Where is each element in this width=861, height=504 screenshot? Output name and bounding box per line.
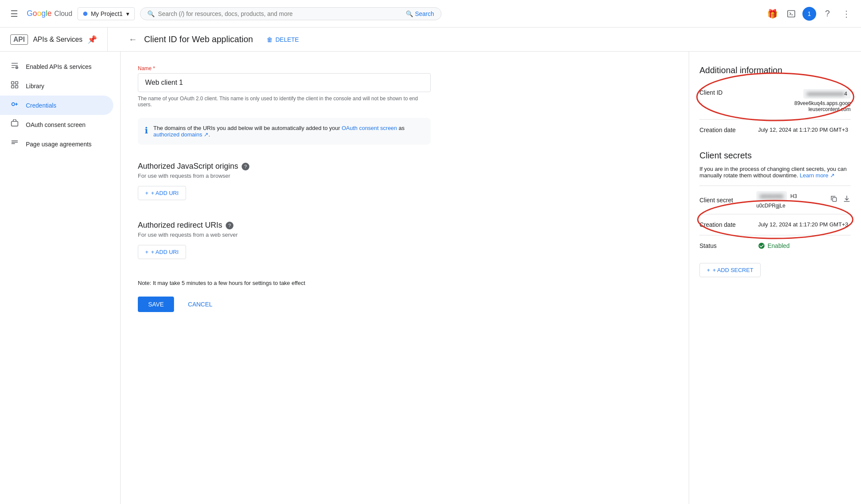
search-icon-btn: 🔍 <box>406 10 413 17</box>
right-panel: Additional information Client ID ●●●●●●●… <box>689 52 861 504</box>
creation-date-label-1: Creation date <box>699 127 751 133</box>
creation-date-value-1: July 12, 2024 at 1:17:20 PM GMT+3 <box>758 127 848 133</box>
plus-icon-1: + <box>145 190 149 196</box>
svg-rect-2 <box>12 82 14 84</box>
redirect-hint: For use with requests from a web server <box>138 232 431 238</box>
svg-rect-10 <box>833 198 836 201</box>
action-buttons: SAVE CANCEL <box>138 297 431 312</box>
svg-rect-7 <box>12 121 18 126</box>
terminal-icon[interactable] <box>783 6 799 22</box>
content-area: Name * The name of your OAuth 2.0 client… <box>121 52 689 504</box>
delete-button[interactable]: 🗑 DELETE <box>267 36 298 43</box>
creation-date-label-2: Creation date <box>699 221 751 228</box>
page-title: Client ID for Web application <box>144 34 253 44</box>
info-banner: ℹ The domains of the URIs you add below … <box>138 118 431 145</box>
oauth-icon <box>10 119 19 130</box>
name-input[interactable] <box>138 73 431 92</box>
client-id-value-1: 89vee6kuq4s.apps.goog <box>794 100 851 106</box>
more-icon[interactable]: ⋮ <box>839 6 854 22</box>
sidebar-item-page-usage[interactable]: Page usage agreements <box>0 134 113 154</box>
sidebar-label-page-usage: Page usage agreements <box>26 141 92 148</box>
status-enabled-icon <box>758 242 765 249</box>
add-secret-button[interactable]: + + ADD SECRET <box>699 263 761 277</box>
svg-rect-5 <box>16 86 18 88</box>
creation-date-value-2: July 12, 2024 at 1:17:20 PM GMT+3 <box>758 221 848 228</box>
api-badge: API <box>10 34 28 45</box>
google-cloud-logo: Google Cloud <box>27 9 72 18</box>
enabled-icon <box>10 61 19 72</box>
save-button[interactable]: SAVE <box>138 297 174 312</box>
cancel-button[interactable]: CANCEL <box>181 297 219 312</box>
additional-info-title: Additional information <box>699 65 851 75</box>
client-secrets-title: Client secrets <box>699 151 851 161</box>
client-secret-label: Client secret <box>699 197 751 204</box>
info-icon: ℹ <box>145 125 148 136</box>
add-js-uri-button[interactable]: + + ADD URI <box>138 186 186 200</box>
download-icon[interactable] <box>843 195 851 205</box>
copy-icon[interactable] <box>830 195 838 205</box>
library-icon <box>10 80 19 91</box>
add-redirect-uri-button[interactable]: + + ADD URI <box>138 245 186 259</box>
user-avatar[interactable]: 1 <box>802 7 816 21</box>
client-secrets-desc: If you are in the process of changing cl… <box>699 166 851 179</box>
gift-icon[interactable]: 🎁 <box>765 6 780 22</box>
status-badge: Enabled <box>758 242 790 249</box>
chevron-down-icon: ▾ <box>126 10 129 17</box>
sidebar-label-credentials: Credentials <box>26 102 56 109</box>
svg-rect-3 <box>16 82 18 84</box>
client-secret-blurred: ●●●●●●● <box>756 191 787 201</box>
apis-services-title: APIs & Services <box>33 36 83 43</box>
credentials-icon <box>10 100 19 111</box>
search-icon: 🔍 <box>147 10 155 17</box>
js-origins-title: Authorized JavaScript origins ? <box>138 162 431 171</box>
page-usage-icon <box>10 139 19 149</box>
delete-icon: 🗑 <box>267 36 273 43</box>
hamburger-icon[interactable]: ☰ <box>7 5 22 22</box>
search-bar[interactable]: 🔍 🔍 Search <box>140 7 441 20</box>
note-text: Note: It may take 5 minutes to a few hou… <box>138 280 431 286</box>
learn-more-link[interactable]: Learn more ↗ <box>800 172 835 179</box>
status-label: Status <box>699 242 751 249</box>
top-navigation: ☰ Google Cloud My Project1 ▾ 🔍 🔍 Search … <box>0 0 861 28</box>
name-field-label: Name * <box>138 65 431 71</box>
main-layout: Enabled APIs & services Library Credenti… <box>0 52 861 504</box>
client-id-value-2: leusercontent.com <box>808 106 851 112</box>
svg-point-6 <box>12 103 15 106</box>
status-value: Enabled <box>768 242 790 249</box>
plus-icon-3: + <box>707 267 710 273</box>
project-selector[interactable]: My Project1 ▾ <box>78 7 135 20</box>
oauth-consent-link[interactable]: OAuth consent screen <box>342 125 397 131</box>
js-origins-help-icon[interactable]: ? <box>242 163 249 170</box>
sidebar-label-library: Library <box>26 83 44 90</box>
project-dot <box>83 12 87 16</box>
client-secret-value: u0cDPRgjLe <box>756 203 825 209</box>
plus-icon-2: + <box>145 249 149 255</box>
sidebar-label-enabled: Enabled APIs & services <box>26 63 92 70</box>
js-origins-hint: For use with requests from a browser <box>138 173 431 179</box>
sidebar-item-library[interactable]: Library <box>0 76 113 96</box>
authorized-domains-link[interactable]: authorized domains ↗ <box>153 131 208 138</box>
client-id-label: Client ID <box>699 89 751 96</box>
svg-rect-4 <box>12 86 14 88</box>
name-hint: The name of your OAuth 2.0 client. This … <box>138 96 431 108</box>
sidebar: Enabled APIs & services Library Credenti… <box>0 52 121 504</box>
svg-point-11 <box>758 243 765 249</box>
project-name: My Project1 <box>91 10 123 17</box>
redirect-uris-title: Authorized redirect URIs ? <box>138 221 431 230</box>
form-section: Name * The name of your OAuth 2.0 client… <box>138 65 431 312</box>
info-text: The domains of the URIs you add below wi… <box>153 125 424 138</box>
sidebar-item-oauth[interactable]: OAuth consent screen <box>0 115 113 134</box>
search-input[interactable] <box>158 10 403 17</box>
client-id-blurred: ●●●●●●●●●●●●4 <box>803 89 851 99</box>
sidebar-item-credentials[interactable]: Credentials <box>0 96 113 115</box>
sidebar-label-oauth: OAuth consent screen <box>26 121 86 128</box>
search-button[interactable]: 🔍 Search <box>406 10 434 17</box>
sidebar-item-enabled[interactable]: Enabled APIs & services <box>0 57 113 76</box>
help-icon[interactable]: ? <box>820 6 835 22</box>
client-secret-suffix: H3 <box>790 193 797 199</box>
nav-icons-group: 🎁 1 ? ⋮ <box>765 6 854 22</box>
redirect-help-icon[interactable]: ? <box>226 222 233 229</box>
pin-icon[interactable]: 📌 <box>87 35 97 44</box>
back-button[interactable]: ← <box>128 34 137 44</box>
